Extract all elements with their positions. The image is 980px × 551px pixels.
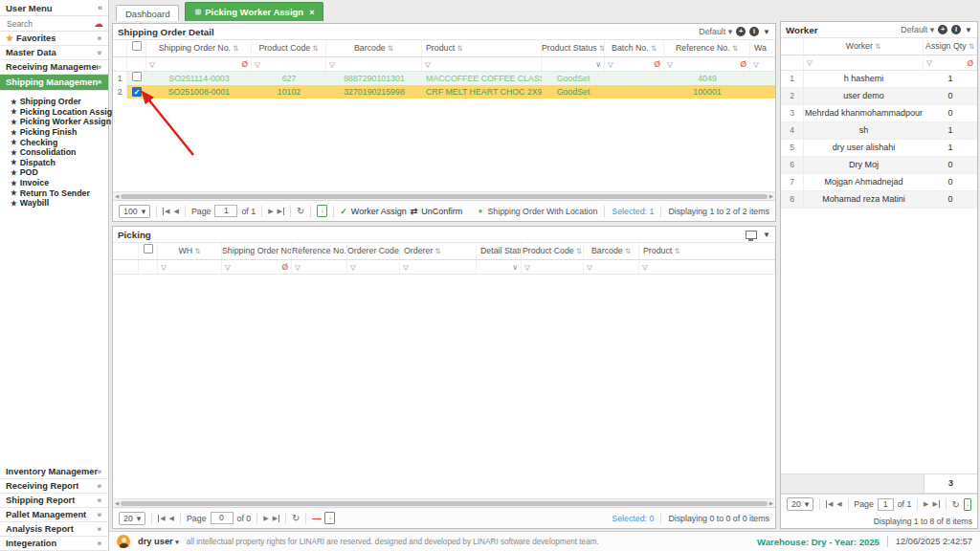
worker-assign-button[interactable]: Worker Assign [351, 207, 407, 216]
worker-row[interactable]: 1 h hashemi 1 [781, 71, 977, 88]
funnel-icon[interactable]: ▽ [350, 263, 356, 272]
funnel-icon[interactable]: ▽ [524, 263, 530, 272]
export-excel-icon[interactable]: ↓ [317, 205, 327, 217]
col-assign-qty[interactable]: Assign Qty⇅ [924, 38, 977, 55]
next-page-button[interactable]: ▶ [924, 500, 928, 508]
funnel-icon[interactable]: ▽ [807, 58, 813, 67]
col-product[interactable]: Product⇅ [639, 243, 775, 259]
tab-dashboard[interactable]: Dashboard [116, 5, 179, 21]
info-button[interactable]: i [951, 25, 961, 34]
worker-row[interactable]: 7 Mojgan Ahmadnejad 0 [781, 174, 977, 191]
funnel-icon[interactable]: ▽ [295, 263, 301, 272]
funnel-icon[interactable]: ▽ [587, 263, 592, 272]
page-size-select[interactable]: 100▾ [119, 205, 150, 218]
filter-barcode[interactable]: ▽ [326, 57, 422, 71]
clear-filter-icon[interactable]: Ø [281, 262, 288, 272]
filter-product[interactable]: ▽ [639, 260, 775, 274]
worker-row[interactable]: 2 user demo 0 [781, 88, 977, 105]
col-barcode[interactable]: Barcode⇅ [326, 40, 422, 56]
col-batch-no[interactable]: Batch No.⇅ [605, 40, 664, 56]
first-page-button[interactable]: ◀ [826, 500, 833, 508]
last-page-button[interactable]: ▶ [278, 208, 284, 215]
user-menu-header[interactable]: User Menu « [0, 0, 108, 16]
sidebar-item-consolidation[interactable]: ★Consolidation [0, 147, 108, 158]
page-size-select[interactable]: 20▾ [119, 512, 145, 525]
funnel-icon[interactable]: ▽ [255, 60, 260, 69]
filter-reference-no[interactable]: ▽Ø [664, 57, 750, 71]
info-button[interactable]: i [749, 27, 759, 36]
scroll-right-icon[interactable]: ▶ [769, 500, 773, 506]
funnel-icon[interactable]: ▽ [753, 60, 759, 69]
horizontal-scrollbar[interactable]: ◀ ▶ [113, 191, 775, 200]
col-product-status[interactable]: Product Status⇅ [542, 40, 605, 56]
filter-orderer-code[interactable]: ▽ [347, 260, 400, 274]
filter-icon[interactable]: ▼ [763, 231, 770, 239]
col-product[interactable]: Product⇅ [422, 40, 542, 56]
last-page-button[interactable]: ▶ [273, 515, 279, 522]
table-row-selected[interactable]: 2 ✓ SO251008-0001 10102 3270190215998 CR… [113, 85, 775, 99]
filter-product-code[interactable]: ▽ [522, 260, 584, 274]
select-all-checkbox[interactable] [144, 244, 153, 253]
search-input[interactable] [5, 18, 91, 30]
export-excel-icon[interactable]: ↓ [324, 512, 335, 524]
export-excel-icon[interactable]: ↓ [964, 498, 971, 511]
col-warehouse[interactable]: Wa [750, 40, 775, 56]
page-number-input[interactable]: 1 [214, 205, 237, 217]
table-row[interactable]: 1 SO251114-0003 627 8887290101301 MACCOF… [113, 72, 775, 85]
sidebar-item-shipping-order[interactable]: ★Shipping Order [0, 97, 108, 107]
funnel-icon[interactable]: ▽ [329, 60, 335, 69]
close-tab-icon[interactable]: × [309, 8, 314, 17]
sidebar-item-picking-worker-assign[interactable]: ★Picking Worker Assign [0, 117, 108, 127]
monitor-icon[interactable] [746, 231, 757, 239]
filter-icon[interactable]: ▼ [763, 28, 770, 36]
next-page-button[interactable]: ▶ [268, 208, 273, 215]
col-reference-no[interactable]: Reference No.⇅ [292, 243, 347, 259]
refresh-button[interactable]: ↻ [297, 206, 304, 216]
funnel-icon[interactable]: ▽ [425, 60, 431, 69]
row-checkbox-checked[interactable]: ✓ [132, 87, 142, 97]
unconfirm-button[interactable]: UnConfirm [421, 207, 462, 216]
filter-batch-no[interactable]: ▽Ø [605, 57, 664, 71]
filter-product-status[interactable]: ∨ [542, 57, 605, 71]
worker-row[interactable]: 3 Mehrdad khanmohammadpour 0 [781, 105, 977, 122]
scroll-left-icon[interactable]: ◀ [115, 500, 119, 506]
prev-page-button[interactable]: ◀ [169, 515, 174, 522]
page-number-input[interactable]: 1 [878, 498, 894, 511]
user-avatar[interactable] [117, 535, 130, 548]
funnel-icon[interactable]: ▽ [667, 60, 673, 69]
col-detail-status[interactable]: Detail Status [477, 243, 522, 259]
sidebar-item-waybill[interactable]: ★Waybill [0, 198, 108, 209]
filter-worker[interactable]: ▽ [804, 56, 924, 70]
sidebar-section-shipping-report[interactable]: Shipping Report » [0, 494, 108, 508]
first-page-button[interactable]: ◀ [158, 515, 165, 522]
filter-shipping-order-no[interactable]: ▽Ø [222, 260, 292, 274]
page-size-select[interactable]: 20▾ [787, 497, 813, 511]
filter-product[interactable]: ▽ [422, 57, 542, 71]
filter-barcode[interactable]: ▽ [584, 260, 639, 274]
user-menu-dropdown[interactable]: dry user ▾ [138, 537, 179, 546]
add-button[interactable]: + [938, 25, 947, 34]
dropdown-icon[interactable]: ∨ [512, 263, 518, 272]
funnel-icon[interactable]: ▽ [926, 58, 932, 67]
worker-row[interactable]: 8 Mohamad reza Matini 0 [781, 191, 977, 209]
filter-reference-no[interactable]: ▽ [292, 260, 347, 274]
view-selector[interactable]: Default ▾ [901, 25, 934, 34]
clear-filter-icon[interactable]: Ø [654, 59, 660, 69]
funnel-icon[interactable]: ▽ [608, 60, 613, 69]
sidebar-item-return-to-sender[interactable]: ★Return To Sender [0, 187, 108, 198]
prev-page-button[interactable]: ◀ [836, 500, 841, 508]
worker-row[interactable]: 6 Dry Moj 0 [781, 157, 977, 174]
dropdown-icon[interactable]: ∨ [595, 60, 601, 69]
filter-orderer[interactable]: ▽ [400, 260, 477, 274]
collapse-sidebar-icon[interactable]: « [98, 3, 102, 12]
col-shipping-order-no[interactable]: Shipping Order No.⇅ [222, 243, 292, 259]
funnel-icon[interactable]: ▽ [642, 263, 648, 272]
col-product-code[interactable]: Product Code⇅ [522, 243, 584, 259]
prev-page-button[interactable]: ◀ [174, 208, 179, 215]
first-page-button[interactable]: ◀ [163, 208, 169, 215]
filter-assign-qty[interactable]: ▽Ø [924, 56, 977, 70]
sidebar-section-receiving-report[interactable]: Receiving Report » [0, 479, 108, 494]
col-reference-no[interactable]: Reference No.⇅ [664, 40, 750, 56]
refresh-button[interactable]: ↻ [952, 499, 960, 510]
search-cloud-icon[interactable]: ☁ [94, 19, 103, 29]
